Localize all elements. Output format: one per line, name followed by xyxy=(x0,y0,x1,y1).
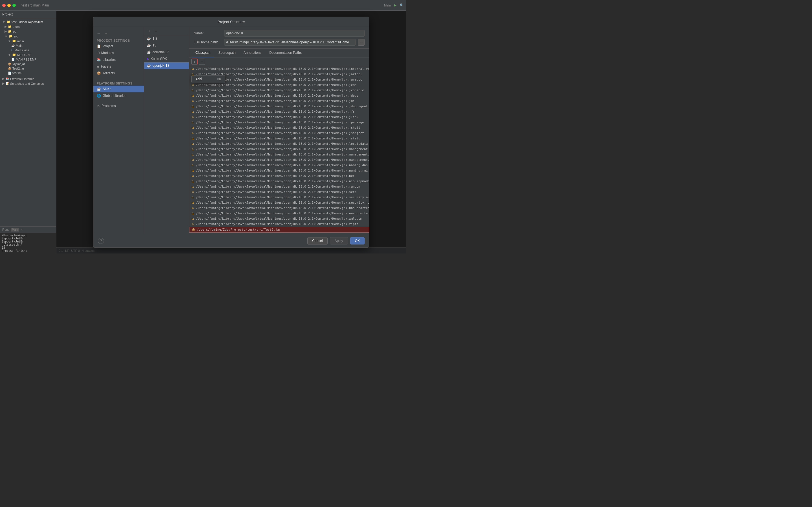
cp-file-icon: 🗂 xyxy=(192,190,194,193)
maximize-button[interactable] xyxy=(12,4,16,7)
jdk-home-field-row: JDK home path: ⋯ xyxy=(194,39,364,46)
remove-sdk-button[interactable]: − xyxy=(153,28,159,34)
sdk-item-kotlin[interactable]: K Kotlin SDK xyxy=(144,55,189,62)
ok-button[interactable]: OK xyxy=(350,237,364,244)
classpath-item[interactable]: 🗂 /Users/fuming/Library/Java/JavaVirtual… xyxy=(189,173,369,179)
main-content: Project Structure ← → Project Settings 📋 xyxy=(56,11,406,253)
classpath-item[interactable]: 🗂 /Users/fuming/Library/Java/JavaVirtual… xyxy=(189,136,369,141)
jar-icon: 📦 xyxy=(8,67,11,70)
sdk-item-openjdk18[interactable]: ☕ openjdk-18 xyxy=(144,62,189,69)
cancel-button[interactable]: Cancel xyxy=(307,237,327,244)
classpath-item[interactable]: 🗂 /Users/fuming/Library/Java/JavaVirtual… xyxy=(189,194,369,200)
window-title: test src main Main xyxy=(21,3,49,7)
close-button[interactable] xyxy=(2,4,6,7)
classpath-item[interactable]: 🗂 /Users/fuming/Library/Java/JavaVirtual… xyxy=(189,93,369,98)
nav-forward-button[interactable]: → xyxy=(103,31,109,36)
browse-button[interactable]: ⋯ xyxy=(358,39,364,46)
classpath-item[interactable]: 🗂 /Users/fuming/Library/Java/JavaVirtual… xyxy=(189,104,369,109)
tree-item-test2jar[interactable]: 📦 Test2.jar xyxy=(0,66,56,71)
classpath-item[interactable]: 🗂 /Users/fuming/Library/Java/JavaVirtual… xyxy=(189,216,369,221)
tree-item-manifest[interactable]: 📄 MANIFEST.MF xyxy=(0,57,56,62)
classpath-item-selected[interactable]: 📦 /Users/fuming/IdeaProjects/test/src/Te… xyxy=(189,227,369,233)
kotlin-icon: K xyxy=(147,57,149,61)
classpath-add-button[interactable]: + xyxy=(192,59,198,65)
platform-settings-label: Platform Settings xyxy=(93,80,144,86)
sdk-item-18[interactable]: ☕ 1.8 xyxy=(144,35,189,42)
tab-documentation[interactable]: Documentation Paths xyxy=(265,49,306,57)
tree-item-src[interactable]: ▼ 📁 src xyxy=(0,34,56,39)
classpath-item[interactable]: 🗂 /Users/fuming/Library/Java/JavaVirtual… xyxy=(189,141,369,147)
minimize-button[interactable] xyxy=(7,4,11,7)
nav-item-libraries[interactable]: 📚 Libraries xyxy=(93,56,144,63)
classpath-item[interactable]: 🗂 /Users/fuming/Library/Java/JavaVirtual… xyxy=(189,114,369,120)
classpath-item[interactable]: 🗂 /Users/fuming/Library/Java/JavaVirtual… xyxy=(189,147,369,152)
tree-item-metainf[interactable]: ▼ 📁 META-INF xyxy=(0,52,56,57)
name-input[interactable] xyxy=(224,30,364,37)
tree-item-main-class[interactable]: C Main.class xyxy=(0,48,56,52)
classpath-item[interactable]: 🗂 /Users/fuming/Library/Java/JavaVirtual… xyxy=(189,120,369,125)
tab-classpath[interactable]: Classpath xyxy=(192,49,214,57)
tree-item-testiml[interactable]: 📄 test.iml xyxy=(0,71,56,75)
sdk-item-corretto[interactable]: ☕ corretto-17 xyxy=(144,49,189,55)
cp-file-icon: 🗂 xyxy=(192,207,194,210)
classpath-item[interactable]: 🗂 /Users/fuming/Library/Java/JavaVirtual… xyxy=(189,125,369,130)
classpath-item[interactable]: 🗂 /Users/fuming/Library/Java/JavaVirtual… xyxy=(189,66,369,71)
nav-item-project[interactable]: 📋 Project xyxy=(93,43,144,50)
nav-item-facets[interactable]: ◈ Facets xyxy=(93,63,144,70)
nav-item-global-libraries[interactable]: 🌐 Global Libraries xyxy=(93,93,144,99)
classpath-item[interactable]: 🗂 /Users/fuming/Library/Java/JavaVirtual… xyxy=(189,200,369,205)
cp-file-icon: 🗂 xyxy=(192,185,194,188)
classpath-item[interactable]: 🗂 /Users/fuming/Library/Java/JavaVirtual… xyxy=(189,163,369,168)
tree-item-external-libs[interactable]: ▶ 📚 External Libraries xyxy=(0,76,56,81)
tree-item-root[interactable]: ▼ 📁 test ~/IdeaProjects/test xyxy=(0,19,56,24)
folder-icon: 📁 xyxy=(8,25,12,29)
tree-item-out[interactable]: ▶ 📁 out xyxy=(0,29,56,34)
sdk-item-13[interactable]: ☕ 13 xyxy=(144,42,189,49)
tree-item-main-java[interactable]: ☕ Main xyxy=(0,43,56,48)
classpath-item[interactable]: 🗂 /Users/fuming/Library/Java/JavaVirtual… xyxy=(189,179,369,184)
cp-file-icon: 🗂 xyxy=(192,180,194,183)
classpath-item[interactable]: 🗂 /Users/fuming/Library/Java/JavaVirtual… xyxy=(189,88,369,93)
classpath-item[interactable]: 🗂 /Users/fuming/Library/Java/JavaVirtual… xyxy=(189,221,369,227)
classpath-item[interactable]: 🗂 /Users/fuming/Library/Java/JavaVirtual… xyxy=(189,130,369,136)
classpath-item[interactable]: 🗂 /Users/fuming/Library/Java/JavaVirtual… xyxy=(189,189,369,194)
context-menu-add[interactable]: Add ⌘N xyxy=(192,75,225,83)
tree-item-main[interactable]: ▼ 📁 main xyxy=(0,39,56,43)
cp-file-icon: 🗂 xyxy=(192,121,194,124)
classpath-item[interactable]: 🗂 /Users/fuming/Library/Java/JavaVirtual… xyxy=(189,211,369,216)
nav-item-sdks[interactable]: ☕ SDKs xyxy=(93,86,144,93)
classpath-item[interactable]: 🗂 /Users/fuming/Library/Java/JavaVirtual… xyxy=(189,184,369,189)
project-icon: 📁 xyxy=(6,20,10,24)
run-icon[interactable]: ▶ xyxy=(394,3,396,7)
classpath-item[interactable]: 🗂 /Users/fuming/Library/Java/JavaVirtual… xyxy=(189,98,369,104)
classpath-item[interactable]: 🗂 /Users/fuming/Library/Java/JavaVirtual… xyxy=(189,152,369,157)
tab-annotations[interactable]: Annotations xyxy=(240,49,265,57)
classpath-item[interactable]: 🗂 /Users/fuming/Library/Java/JavaVirtual… xyxy=(189,205,369,211)
help-button[interactable]: ? xyxy=(98,238,104,244)
classpath-item[interactable]: 🗂 /Users/fuming/Library/Java/JavaVirtual… xyxy=(189,168,369,173)
sidebar-header: Project xyxy=(0,11,56,18)
top-bar-right: Main ▶ 🔍 xyxy=(384,3,404,7)
tab-sourcepath[interactable]: Sourcepath xyxy=(214,49,239,57)
chevron-down-icon: ▼ xyxy=(8,40,11,43)
dialog-sdk-list-panel: + − ☕ 1.8 ☕ 13 xyxy=(144,27,189,234)
nav-back-button[interactable]: ← xyxy=(96,31,102,36)
libraries-icon: 📚 xyxy=(97,58,101,62)
nav-item-problems[interactable]: ⚠ Problems xyxy=(93,103,144,109)
classpath-remove-button[interactable]: − xyxy=(199,59,205,65)
nav-item-artifacts[interactable]: 📦 Artifacts xyxy=(93,70,144,76)
cp-file-icon: 🗂 xyxy=(192,148,194,151)
tree-item-myjar[interactable]: 📦 MyJar.jar xyxy=(0,62,56,66)
tree-item-idea[interactable]: ▶ 📁 .idea xyxy=(0,24,56,29)
apply-button[interactable]: Apply xyxy=(330,237,348,244)
classpath-item[interactable]: 🗂 /Users/fuming/Library/Java/JavaVirtual… xyxy=(189,109,369,114)
nav-item-modules[interactable]: ⬡ Modules xyxy=(93,50,144,56)
tree-item-scratches[interactable]: ▶ 📝 Scratches and Consoles xyxy=(0,81,56,86)
add-sdk-button[interactable]: + xyxy=(146,28,152,34)
cp-file-icon: 🗂 xyxy=(192,196,194,199)
project-label: Project xyxy=(2,12,13,16)
search-icon[interactable]: 🔍 xyxy=(400,3,404,7)
dialog-tabs: Classpath Sourcepath Annotations Documen… xyxy=(189,49,369,57)
jdk-home-input[interactable] xyxy=(224,39,356,46)
classpath-item[interactable]: 🗂 /Users/fuming/Library/Java/JavaVirtual… xyxy=(189,157,369,163)
